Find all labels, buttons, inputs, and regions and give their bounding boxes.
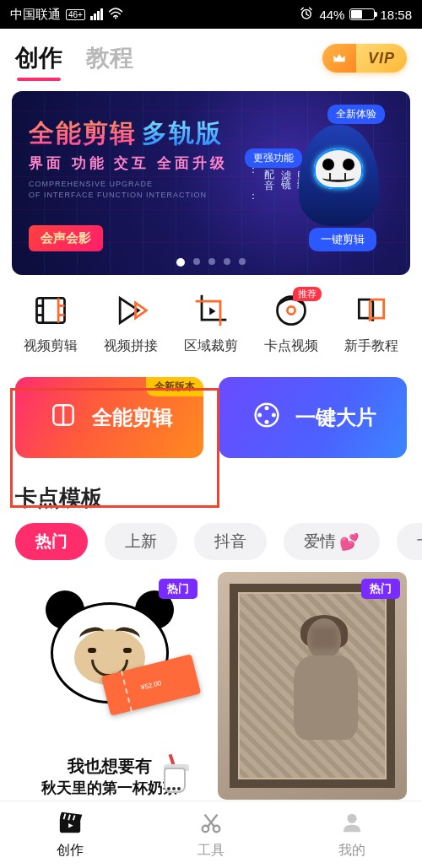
carrier-label: 中国联通 (10, 7, 61, 23)
banner-en-1: COMPREHENSIVE UPGRADE (29, 179, 207, 190)
svg-point-10 (287, 306, 295, 314)
disc-icon: 推荐 (273, 292, 310, 329)
template-card-portrait[interactable]: 热门 (218, 572, 407, 800)
tool-label: 视频剪辑 (24, 337, 78, 355)
chip-douyin[interactable]: 抖音 (194, 523, 267, 560)
tool-beat-video[interactable]: 推荐 卡点视频 (257, 292, 325, 355)
card-one-click[interactable]: 一键大片 (219, 377, 407, 458)
film-icon (32, 292, 69, 329)
top-tabs: 创作 教程 VIP (0, 29, 422, 83)
heart-icon: 💕 (339, 532, 360, 552)
tab-tutorial[interactable]: 教程 (86, 42, 133, 74)
tool-video-merge[interactable]: 视频拼接 (97, 292, 165, 355)
tool-label: 新手教程 (344, 337, 398, 355)
template-card-milk-tea[interactable]: 热门 ¥52.00 我也想要有 秋天里的第一杯奶茶 (15, 572, 204, 800)
svg-point-15 (271, 413, 275, 418)
svg-point-20 (214, 826, 220, 833)
network-badge: 46+ (66, 9, 85, 20)
dot-1[interactable] (176, 258, 185, 267)
chip-hot[interactable]: 热门 (15, 523, 88, 560)
banner-red-pill: 会声会影 (29, 225, 103, 251)
svg-point-0 (115, 17, 116, 19)
signal-icon (90, 8, 103, 20)
svg-point-16 (264, 420, 268, 424)
hot-badge: 热门 (159, 579, 197, 599)
card-corner-badge: 全新版本 (146, 377, 203, 396)
photo-frame (230, 584, 395, 788)
tool-label: 卡点视频 (264, 337, 318, 355)
svg-point-17 (257, 413, 262, 418)
banner-en-2: OF INTERFACE FUNCTION INTERACTION (29, 190, 207, 201)
big-cards: 全新版本 全能剪辑 一键大片 (0, 362, 422, 466)
svg-point-21 (347, 814, 356, 823)
status-left: 中国联通 46+ (10, 7, 123, 23)
carousel-dots[interactable] (12, 258, 410, 267)
chip-label: 爱情 (304, 531, 336, 553)
svg-rect-2 (37, 298, 65, 322)
banner-title: 全能剪辑多轨版 (29, 116, 223, 151)
vip-badge[interactable]: VIP (322, 44, 407, 73)
clock: 18:58 (380, 8, 412, 22)
battery-icon (349, 8, 375, 20)
clapperboard-icon (57, 810, 83, 838)
nav-label: 工具 (197, 842, 225, 860)
template-grid: 热门 ¥52.00 我也想要有 秋天里的第一杯奶茶 热门 (0, 572, 422, 800)
chip-beat[interactable]: 卡点 (397, 523, 422, 560)
vip-crown-icon (322, 44, 356, 73)
dot-4[interactable] (224, 258, 230, 265)
dot-5[interactable] (239, 258, 246, 265)
card-label: 一键大片 (295, 404, 376, 431)
tool-crop[interactable]: 区域裁剪 (177, 292, 245, 355)
tool-video-edit[interactable]: 视频剪辑 (17, 292, 84, 355)
reel-icon (250, 398, 284, 437)
category-chips[interactable]: 热门 上新 抖音 爱情💕 卡点 (0, 523, 422, 572)
play-merge-icon (112, 292, 149, 329)
nav-tools[interactable]: 工具 (141, 801, 282, 868)
tool-beginner[interactable]: 新手教程 (338, 292, 405, 355)
svg-point-14 (264, 406, 268, 410)
book-icon (353, 292, 390, 329)
clapper-icon (46, 398, 80, 437)
nav-mine[interactable]: 我的 (281, 801, 422, 868)
hot-badge: 热门 (361, 579, 400, 599)
nav-create[interactable]: 创作 (0, 801, 141, 868)
promo-banner[interactable]: 全能剪辑多轨版 界面 功能 交互 全面升级 COMPREHENSIVE UPGR… (12, 91, 410, 275)
status-bar: 中国联通 46+ 44% 18:58 (0, 0, 422, 29)
bottom-nav: 创作 工具 我的 (0, 801, 422, 868)
dot-2[interactable] (193, 258, 200, 265)
nav-label: 创作 (57, 842, 84, 860)
banner-figure (292, 125, 385, 251)
recommend-badge: 推荐 (293, 287, 322, 301)
svg-point-19 (203, 826, 209, 833)
chip-new[interactable]: 上新 (105, 523, 177, 560)
wifi-icon (108, 8, 123, 22)
tool-row: 视频剪辑 视频拼接 区域裁剪 推荐 卡点视频 新手教程 (0, 275, 422, 362)
status-right: 44% 18:58 (299, 6, 412, 24)
tool-label: 视频拼接 (104, 337, 158, 355)
banner-title-b: 多轨版 (142, 119, 223, 147)
crop-icon (192, 292, 230, 329)
portrait-silhouette (289, 618, 369, 757)
tool-label: 区域裁剪 (184, 337, 238, 355)
banner-subtitle: 界面 功能 交互 全面升级 (29, 154, 228, 173)
section-title: 卡点模板 (0, 466, 422, 523)
pill-new-experience: 全新体验 (327, 105, 385, 124)
card-full-edit[interactable]: 全新版本 全能剪辑 (15, 377, 203, 458)
banner-title-a: 全能剪辑 (29, 119, 137, 147)
dot-3[interactable] (208, 258, 215, 265)
scissors-icon (198, 810, 224, 838)
nav-label: 我的 (338, 842, 365, 860)
alarm-icon (299, 6, 314, 24)
banner-en: COMPREHENSIVE UPGRADE OF INTERFACE FUNCT… (29, 179, 207, 200)
milk-tea-icon (164, 764, 189, 793)
battery-pct: 44% (319, 8, 344, 22)
vip-label: VIP (356, 44, 407, 73)
chip-love[interactable]: 爱情💕 (284, 523, 380, 560)
card-label: 全能剪辑 (92, 404, 173, 431)
profile-icon (339, 810, 365, 838)
tab-create[interactable]: 创作 (15, 42, 62, 74)
